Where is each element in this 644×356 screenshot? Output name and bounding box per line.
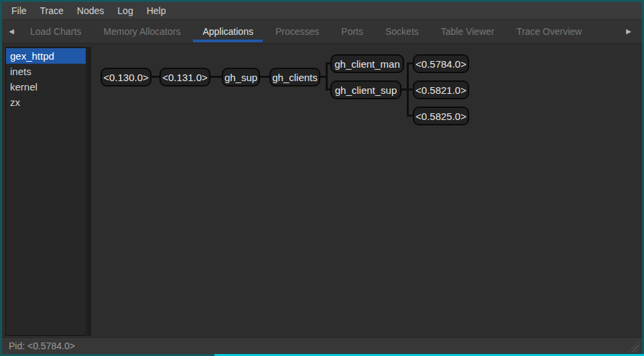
tree-node-gh-client-man[interactable]: gh_client_man bbox=[330, 54, 404, 73]
sidebar-item-inets[interactable]: inets bbox=[6, 64, 86, 79]
application-list: gex_httpdinetskernelzx bbox=[5, 47, 86, 336]
tree-node-gh-clients[interactable]: gh_clients bbox=[269, 68, 320, 86]
status-text: Pid: <0.5784.0> bbox=[9, 341, 75, 351]
menu-nodes[interactable]: Nodes bbox=[76, 5, 105, 16]
tab-ports[interactable]: Ports bbox=[332, 19, 373, 43]
tab-table-viewer[interactable]: Table Viewer bbox=[432, 19, 504, 43]
tree-node-0-5825-0[interactable]: <0.5825.0> bbox=[413, 107, 469, 125]
sidebar-item-zx[interactable]: zx bbox=[6, 95, 86, 110]
status-bar: Pid: <0.5784.0> bbox=[2, 337, 642, 354]
resize-grip-icon[interactable] bbox=[626, 340, 639, 352]
tab-sockets[interactable]: Sockets bbox=[376, 19, 428, 43]
menu-file[interactable]: File bbox=[10, 5, 28, 16]
tab-applications[interactable]: Applications bbox=[193, 19, 263, 43]
tab-bar: ◀ Load ChartsMemory AllocatorsApplicatio… bbox=[2, 19, 642, 43]
menu-trace[interactable]: Trace bbox=[39, 5, 65, 16]
menu-help[interactable]: Help bbox=[145, 5, 168, 16]
tree-node-0-131-0[interactable]: <0.131.0> bbox=[159, 68, 210, 86]
tree-node-gh-client-sup[interactable]: gh_client_sup bbox=[330, 80, 401, 99]
tab-strip: Load ChartsMemory AllocatorsApplications… bbox=[21, 19, 591, 43]
observer-window: FileTraceNodesLogHelp ◀ Load ChartsMemor… bbox=[0, 0, 644, 356]
tab-trace-overview[interactable]: Trace Overview bbox=[507, 19, 592, 43]
tree-node-0-5784-0[interactable]: <0.5784.0> bbox=[413, 54, 469, 73]
sidebar-item-gex-httpd[interactable]: gex_httpd bbox=[6, 48, 86, 64]
tab-processes[interactable]: Processes bbox=[266, 19, 328, 43]
menu-log[interactable]: Log bbox=[116, 5, 134, 16]
menu-bar: FileTraceNodesLogHelp bbox=[2, 2, 642, 19]
tree-node-0-130-0[interactable]: <0.130.0> bbox=[101, 68, 151, 86]
window-content: FileTraceNodesLogHelp ◀ Load ChartsMemor… bbox=[2, 2, 642, 354]
tab-load-charts[interactable]: Load Charts bbox=[21, 19, 90, 43]
tab-scroll-right-button[interactable]: ▶ bbox=[619, 19, 638, 43]
sidebar-item-kernel[interactable]: kernel bbox=[6, 79, 86, 95]
applications-panel: gex_httpdinetskernelzx bbox=[2, 43, 642, 337]
application-list-scrollbar[interactable] bbox=[87, 47, 91, 336]
tab-memory-allocators[interactable]: Memory Allocators bbox=[94, 19, 190, 43]
tab-scroll-left-button[interactable]: ◀ bbox=[2, 19, 21, 43]
tree-node-0-5821-0[interactable]: <0.5821.0> bbox=[413, 80, 469, 99]
tree-node-gh-sup[interactable]: gh_sup bbox=[222, 68, 260, 86]
